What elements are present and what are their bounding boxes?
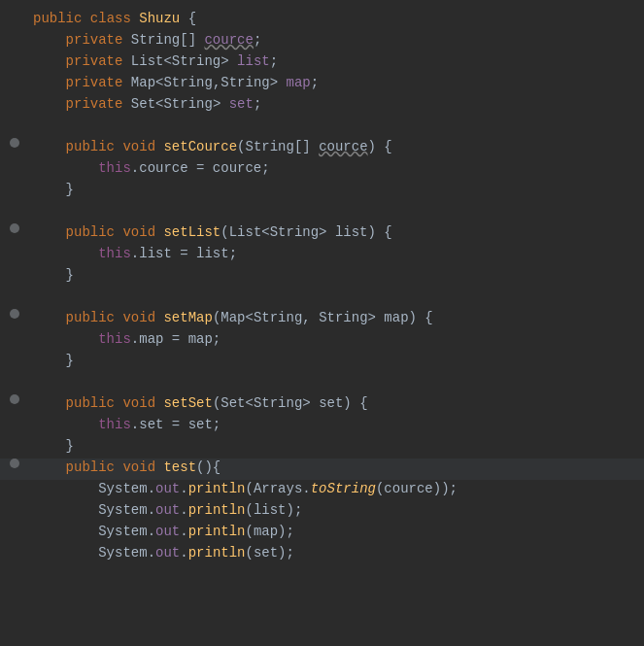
code-line-10 xyxy=(0,202,644,223)
code-line-2: private String[] cource; xyxy=(0,31,644,52)
code-line-27 xyxy=(0,565,644,587)
code-editor: public class Shuzu { private String[] co… xyxy=(0,0,644,596)
line-content-25: System.out.println(map); xyxy=(29,523,644,540)
code-line-6 xyxy=(0,117,644,138)
code-line-19: public void setSet(Set<String> set) { xyxy=(0,394,644,416)
code-line-17: } xyxy=(0,352,644,373)
code-line-21: } xyxy=(0,437,644,459)
line-content-1: public class Shuzu { xyxy=(29,10,644,27)
line-content-20: this.set = set; xyxy=(29,416,644,433)
code-line-3: private List<String> list; xyxy=(0,52,644,74)
code-line-4: private Map<String,String> map; xyxy=(0,74,644,95)
code-line-12: this.list = list; xyxy=(0,245,644,266)
line-content-11: public void setList(List<String> list) { xyxy=(29,223,644,241)
gutter-22 xyxy=(0,459,29,468)
line-content-5: private Set<String> set; xyxy=(29,95,644,113)
code-line-20: this.set = set; xyxy=(0,416,644,437)
line-content-24: System.out.println(list); xyxy=(29,501,644,519)
gutter-11 xyxy=(0,223,29,233)
code-line-24: System.out.println(list); xyxy=(0,501,644,523)
code-line-18 xyxy=(0,373,644,394)
line-content-21: } xyxy=(29,437,644,455)
line-content-23: System.out.println(Arrays.toString(courc… xyxy=(29,480,644,497)
line-content-8: this.cource = cource; xyxy=(29,159,644,177)
line-content-2: private String[] cource; xyxy=(29,31,644,49)
code-line-11: public void setList(List<String> list) { xyxy=(0,223,644,245)
line-content-10 xyxy=(29,202,644,220)
line-content-27 xyxy=(29,565,644,583)
code-line-5: private Set<String> set; xyxy=(0,95,644,117)
code-line-1: public class Shuzu { xyxy=(0,10,644,31)
line-content-4: private Map<String,String> map; xyxy=(29,74,644,91)
line-content-17: } xyxy=(29,352,644,369)
line-content-26: System.out.println(set); xyxy=(29,544,644,561)
line-content-16: this.map = map; xyxy=(29,330,644,348)
code-line-7: public void setCource(String[] cource) { xyxy=(0,138,644,159)
code-line-13: } xyxy=(0,266,644,288)
line-content-22: public void test(){ xyxy=(29,459,644,476)
line-content-19: public void setSet(Set<String> set) { xyxy=(29,394,644,412)
line-content-14 xyxy=(29,288,644,305)
gutter-19 xyxy=(0,394,29,404)
code-line-26: System.out.println(set); xyxy=(0,544,644,565)
line-content-9: } xyxy=(29,181,644,198)
gutter-15 xyxy=(0,309,29,319)
line-content-12: this.list = list; xyxy=(29,245,644,262)
code-line-16: this.map = map; xyxy=(0,330,644,352)
line-content-7: public void setCource(String[] cource) { xyxy=(29,138,644,155)
code-line-25: System.out.println(map); xyxy=(0,523,644,544)
line-content-3: private List<String> list; xyxy=(29,52,644,70)
code-line-15: public void setMap(Map<String, String> m… xyxy=(0,309,644,330)
code-line-14 xyxy=(0,288,644,309)
code-line-9: } xyxy=(0,181,644,202)
line-content-6 xyxy=(29,117,644,134)
code-line-8: this.cource = cource; xyxy=(0,159,644,181)
line-content-15: public void setMap(Map<String, String> m… xyxy=(29,309,644,326)
code-line-23: System.out.println(Arrays.toString(courc… xyxy=(0,480,644,501)
code-line-22: public void test(){ xyxy=(0,459,644,480)
line-content-13: } xyxy=(29,266,644,284)
line-content-18 xyxy=(29,373,644,391)
gutter-7 xyxy=(0,138,29,148)
